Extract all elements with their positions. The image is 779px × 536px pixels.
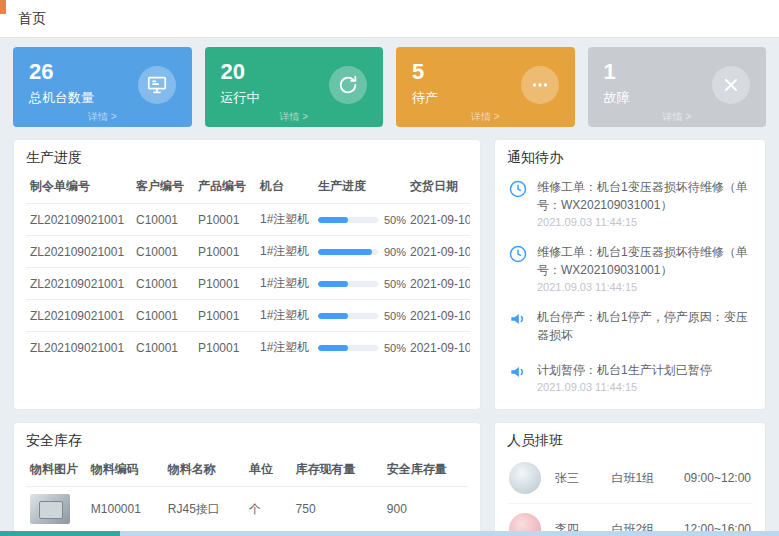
stat-label: 运行中 — [221, 89, 260, 107]
notification-time: 2021.09.03 11:44:15 — [537, 281, 753, 293]
progress-bar — [318, 217, 378, 223]
table-row: ZL202109021001 C10001 P10001 1#注塑机 50% 2… — [26, 300, 470, 332]
speaker-icon — [507, 308, 529, 330]
staff-name: 张三 — [555, 470, 598, 487]
notification-body: 机台停产：机台1停产，停产原因：变压器损坏 — [537, 308, 753, 346]
col-unit: 单位 — [245, 453, 292, 487]
cell-progress: 50% — [314, 300, 406, 332]
clock-icon — [507, 178, 529, 200]
horizontal-scrollbar — [0, 531, 779, 536]
notification-text: 计划暂停：机台1生产计划已暂停 — [537, 361, 712, 379]
cell-customer: C10001 — [132, 236, 194, 268]
notification-item[interactable]: 计划暂停：机台1生产计划已暂停 2021.09.03 11:44:15 — [507, 353, 753, 400]
notification-time: 2021.09.03 11:44:15 — [537, 381, 712, 393]
stat-card-fault[interactable]: 1 故障 详情 > — [588, 47, 767, 127]
col-date: 交货日期 — [406, 170, 470, 204]
cell-machine: 1#注塑机 — [256, 204, 314, 236]
cell-date: 2021-09-10 — [406, 332, 470, 364]
avatar — [509, 462, 541, 494]
notification-text: 维修工单：机台1变压器损坏待维修（单号：WX202109031001） — [537, 243, 753, 279]
cell-progress: 50% — [314, 332, 406, 364]
staff-schedule-panel: 人员排班 张三 白班1组 09:00~12:00 李四 白班2组 12:00~1… — [494, 422, 766, 536]
rj45-connector-image — [30, 494, 70, 524]
cell-order: ZL202109021001 — [26, 268, 132, 300]
progress-percent: 50% — [384, 214, 406, 226]
clock-icon — [507, 243, 529, 265]
sidebar-edge-strip — [0, 0, 6, 14]
stat-cards-row: 26 总机台数量 详情 > 20 运行中 — [13, 47, 766, 127]
staff-row: 张三 白班1组 09:00~12:00 — [507, 453, 753, 503]
panel-title: 人员排班 — [507, 432, 753, 450]
col-stock: 库存现有量 — [292, 453, 383, 487]
cell-order: ZL202109021001 — [26, 236, 132, 268]
stat-value: 1 — [604, 60, 630, 84]
staff-time: 09:00~12:00 — [684, 471, 751, 485]
detail-link[interactable]: 详情 > — [13, 110, 192, 124]
inventory-table: 物料图片 物料编码 物料名称 单位 库存现有量 安全库存量 M100001 RJ… — [26, 453, 468, 536]
notification-body: 维修工单：机台1变压器损坏待维修（单号：WX202109031001） 2021… — [537, 243, 753, 293]
cell-product: P10001 — [194, 236, 256, 268]
notification-body: 计划暂停：机台1生产计划已暂停 2021.09.03 11:44:15 — [537, 361, 712, 393]
notification-item[interactable]: 维修工单：机台1变压器损坏待维修（单号：WX202109031001） 2021… — [507, 170, 753, 235]
notification-item[interactable]: 机台停产：机台1停产，停产原因：变压器损坏 — [507, 300, 753, 353]
panel-title: 通知待办 — [507, 149, 753, 167]
cell-customer: C10001 — [132, 268, 194, 300]
col-safety: 安全库存量 — [383, 453, 468, 487]
cell-stock: 750 — [292, 487, 383, 532]
progress-bar — [318, 313, 378, 319]
top-tab-bar: 首页 — [0, 0, 779, 38]
progress-bar — [318, 345, 378, 351]
speaker-icon — [507, 361, 529, 383]
cell-machine: 1#注塑机 — [256, 268, 314, 300]
notification-item[interactable]: 维修工单：机台1变压器损坏待维修（单号：WX202109031001） 2021… — [507, 235, 753, 300]
cell-unit: 个 — [245, 487, 292, 532]
cell-order: ZL202109021001 — [26, 204, 132, 236]
progress-bar — [318, 249, 378, 255]
stat-card-waiting[interactable]: 5 待产 详情 > — [396, 47, 575, 127]
stat-value: 20 — [221, 60, 260, 84]
cell-date: 2021-09-10 — [406, 268, 470, 300]
panels-grid: 生产进度 制令单编号 客户编号 产品编号 机台 生产进度 交货日期 ZL2021 — [13, 139, 766, 536]
stat-card-running[interactable]: 20 运行中 详情 > — [205, 47, 384, 127]
running-icon — [329, 66, 367, 104]
col-order: 制令单编号 — [26, 170, 132, 204]
cell-date: 2021-09-10 — [406, 236, 470, 268]
cell-machine: 1#注塑机 — [256, 332, 314, 364]
detail-link[interactable]: 详情 > — [396, 110, 575, 124]
col-name: 物料名称 — [164, 453, 245, 487]
progress-bar — [318, 281, 378, 287]
cell-order: ZL202109021001 — [26, 300, 132, 332]
cell-customer: C10001 — [132, 204, 194, 236]
tab-home[interactable]: 首页 — [18, 10, 46, 28]
cell-progress: 50% — [314, 268, 406, 300]
table-row: ZL202109021001 C10001 P10001 1#注塑机 50% 2… — [26, 332, 470, 364]
table-row: M100001 RJ45接口 个 750 900 — [26, 487, 468, 532]
progress-percent: 50% — [384, 310, 406, 322]
production-progress-panel: 生产进度 制令单编号 客户编号 产品编号 机台 生产进度 交货日期 ZL2021 — [13, 139, 481, 410]
production-table: 制令单编号 客户编号 产品编号 机台 生产进度 交货日期 ZL202109021… — [26, 170, 470, 363]
cell-image — [26, 487, 87, 532]
cell-customer: C10001 — [132, 300, 194, 332]
stat-card-total-machines[interactable]: 26 总机台数量 详情 > — [13, 47, 192, 127]
stat-label: 待产 — [412, 89, 438, 107]
waiting-icon — [521, 66, 559, 104]
notifications-panel: 通知待办 维修工单：机台1变压器损坏待维修（单号：WX202109031001）… — [494, 139, 766, 410]
notification-text: 维修工单：机台1变压器损坏待维修（单号：WX202109031001） — [537, 178, 753, 214]
cell-customer: C10001 — [132, 332, 194, 364]
cell-safety: 900 — [383, 487, 468, 532]
table-row: ZL202109021001 C10001 P10001 1#注塑机 50% 2… — [26, 204, 470, 236]
stat-label: 故障 — [604, 89, 630, 107]
progress-percent: 90% — [384, 246, 406, 258]
table-header-row: 物料图片 物料编码 物料名称 单位 库存现有量 安全库存量 — [26, 453, 468, 487]
cell-product: P10001 — [194, 268, 256, 300]
scrollbar-thumb[interactable] — [0, 531, 120, 536]
col-image: 物料图片 — [26, 453, 87, 487]
cell-product: P10001 — [194, 204, 256, 236]
col-product: 产品编号 — [194, 170, 256, 204]
progress-percent: 50% — [384, 342, 406, 354]
machine-icon — [138, 66, 176, 104]
table-row: ZL202109021001 C10001 P10001 1#注塑机 90% 2… — [26, 236, 470, 268]
detail-link[interactable]: 详情 > — [588, 110, 767, 124]
table-header-row: 制令单编号 客户编号 产品编号 机台 生产进度 交货日期 — [26, 170, 470, 204]
detail-link[interactable]: 详情 > — [205, 110, 384, 124]
